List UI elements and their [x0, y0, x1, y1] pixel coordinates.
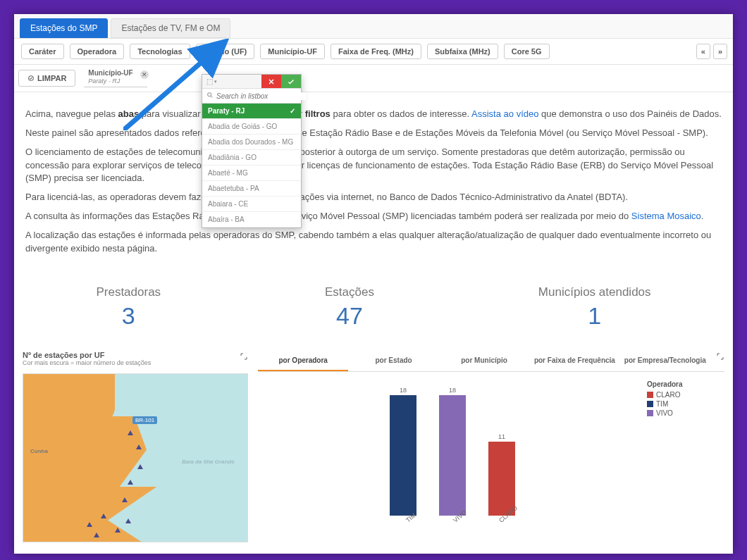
filter-faixa-freq[interactable]: Faixa de Freq. (MHz): [331, 44, 421, 59]
link-mosaico[interactable]: Sistema Mosaico: [631, 211, 701, 221]
expand-icon[interactable]: [240, 351, 248, 359]
kpi-value: 3: [96, 302, 161, 330]
text-bold: filtros: [305, 108, 331, 119]
chip-value: Paraty - RJ: [88, 77, 143, 85]
filter-core-5g[interactable]: Core 5G: [504, 44, 550, 59]
bar-tim[interactable]: 18TIM: [389, 387, 417, 525]
dropdown-item[interactable]: Abaíra - BA: [202, 212, 301, 228]
legend-label: TIM: [656, 400, 668, 408]
map-column: Nº de estações por UF Cor mais escura = …: [23, 351, 248, 542]
legend-swatch: [647, 392, 653, 398]
text: que demonstra o uso dos Painéis de Dados…: [538, 108, 721, 119]
chart-area: 18TIM18VIVO11CLARO Operadora CLAROTIMVIV…: [258, 380, 724, 542]
filter-operadora[interactable]: Operadora: [70, 44, 125, 59]
legend-item[interactable]: VIVO: [647, 409, 724, 417]
action-row: LIMPAR Município-UF Paraty - RJ ✕: [14, 65, 733, 92]
dropdown-item[interactable]: Abaetetuba - PA: [202, 181, 301, 197]
filter-row: Caráter Operadora Tecnologias Estado (UF…: [14, 39, 733, 65]
kpi-value: 47: [325, 302, 374, 330]
text: A consulta às informações das Estações R…: [25, 211, 631, 221]
chart-tab-operadora[interactable]: por Operadora: [258, 351, 348, 371]
filter-carater[interactable]: Caráter: [21, 44, 64, 59]
legend-label: VIVO: [656, 409, 673, 417]
filter-tecnologias[interactable]: Tecnologias: [130, 44, 190, 59]
legend-swatch: [647, 401, 653, 407]
legend-label: CLARO: [656, 391, 680, 399]
map-title: Nº de estações por UF: [23, 351, 151, 359]
filter-municipio-uf[interactable]: Município-UF: [260, 44, 325, 59]
legend-title: Operadora: [647, 380, 724, 388]
bar-value-label: 18: [449, 387, 456, 394]
dropdown-search[interactable]: [202, 89, 301, 104]
legend-item[interactable]: TIM: [647, 400, 724, 408]
text-bold: abas: [118, 108, 140, 119]
dropdown-list: Paraty - RJAbadia de Goiás - GOAbadia do…: [202, 104, 301, 228]
tab-tv-fm-om[interactable]: Estações de TV, FM e OM: [111, 18, 230, 38]
bar-value-label: 11: [498, 433, 505, 440]
bar-chart[interactable]: 18TIM18VIVO11CLARO: [258, 380, 647, 542]
text: .: [701, 211, 704, 221]
chart-tab-empresa-tec[interactable]: por Empresa/Tecnologia: [620, 351, 710, 371]
top-tabs: Estações do SMP Estações de TV, FM e OM: [14, 14, 733, 39]
text: Neste painel são apresentados dados refe…: [25, 127, 722, 140]
municipio-dropdown: ⬚▾ Paraty - RJAbadia de Goiás - GOAbadia…: [202, 74, 302, 228]
body-text: Acima, navegue pelas abas para visualiza…: [14, 92, 733, 271]
filter-subfaixa[interactable]: Subfaixa (MHz): [427, 44, 498, 59]
kpi-row: Prestadoras 3 Estações 47 Municípios ate…: [14, 271, 733, 351]
legend-item[interactable]: CLARO: [647, 391, 724, 399]
map-widget[interactable]: BR-101 Cunha Baía da Ilha Grande: [23, 373, 248, 542]
dropdown-cancel-button[interactable]: [261, 75, 281, 88]
dropdown-item[interactable]: Abadiânia - GO: [202, 150, 301, 166]
text: Acima, navegue pelas: [25, 108, 118, 119]
reset-icon: [27, 75, 35, 82]
chart-tabs: por Operadora por Estado por Município p…: [258, 351, 724, 372]
filter-estado-uf[interactable]: Estado (UF): [196, 44, 255, 59]
tab-smp[interactable]: Estações do SMP: [20, 18, 108, 38]
dropdown-item[interactable]: Abaiara - CE: [202, 197, 301, 212]
dropdown-item[interactable]: Abaeté - MG: [202, 166, 301, 181]
kpi-prestadoras: Prestadoras 3: [96, 285, 161, 330]
kpi-label: Estações: [325, 285, 374, 299]
clear-button[interactable]: LIMPAR: [18, 70, 75, 87]
dropdown-confirm-button[interactable]: [281, 75, 301, 88]
legend-swatch: [647, 410, 653, 416]
map-subtitle: Cor mais escura = maior número de estaçõ…: [23, 359, 151, 366]
pager-next[interactable]: »: [713, 44, 727, 59]
page-root: Estações do SMP Estações de TV, FM e OM …: [14, 14, 733, 554]
kpi-estacoes: Estações 47: [325, 285, 374, 330]
map-town-label: Cunha: [30, 448, 48, 454]
bar-value-label: 18: [400, 387, 407, 394]
chart-tab-municipio[interactable]: por Município: [439, 351, 529, 371]
bar-vivo[interactable]: 18VIVO: [438, 387, 467, 525]
dropdown-item[interactable]: Paraty - RJ: [202, 104, 301, 119]
expand-icon[interactable]: [716, 351, 724, 359]
dropdown-item[interactable]: Abadia de Goiás - GO: [202, 119, 301, 135]
pager-prev[interactable]: «: [696, 44, 710, 59]
kpi-municipios: Municípios atendidos 1: [538, 285, 651, 330]
kpi-value: 1: [538, 302, 651, 330]
kpi-label: Prestadoras: [96, 285, 161, 299]
dropdown-search-input[interactable]: [216, 92, 306, 100]
dropdown-select-mode[interactable]: ⬚▾: [202, 75, 261, 88]
chart-tab-estado[interactable]: por Estado: [348, 351, 438, 371]
map-road-label: BR-101: [132, 416, 157, 424]
text: O licenciamento de estações de telecomun…: [25, 146, 722, 186]
chip-title: Município-UF: [88, 69, 143, 77]
chart-legend: Operadora CLAROTIMVIVO: [647, 380, 724, 542]
filter-chip-municipio[interactable]: Município-UF Paraty - RJ ✕: [84, 69, 147, 87]
chip-remove-icon[interactable]: ✕: [140, 70, 149, 79]
bar-claro[interactable]: 11CLARO: [488, 433, 516, 525]
chart-column: por Operadora por Estado por Município p…: [258, 351, 724, 542]
bottom-row: Nº de estações por UF Cor mais escura = …: [14, 351, 733, 554]
map-bay-label: Baía da Ilha Grande: [182, 459, 235, 465]
search-icon: [206, 92, 214, 100]
dropdown-toolbar: ⬚▾: [202, 75, 301, 89]
kpi-label: Municípios atendidos: [538, 285, 651, 299]
svg-point-2: [208, 93, 211, 97]
text: A localização das estações é informada p…: [25, 229, 722, 256]
clear-label: LIMPAR: [37, 74, 66, 82]
dropdown-item[interactable]: Abadia dos Dourados - MG: [202, 135, 301, 150]
text: para obter os dados de interesse.: [331, 108, 471, 119]
chart-tab-faixa[interactable]: por Faixa de Frequência: [529, 351, 619, 371]
link-video[interactable]: Assista ao vídeo: [471, 108, 538, 119]
